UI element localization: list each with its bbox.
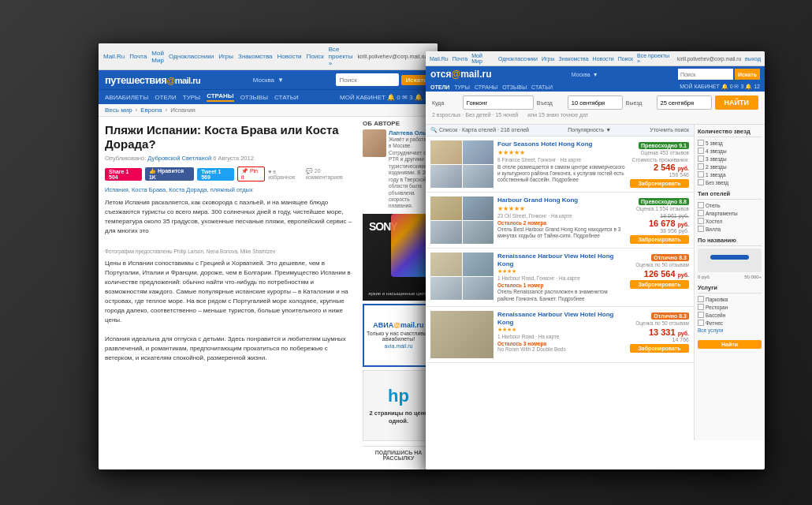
hotel-name-4[interactable]: Renaissance Harbour View Hotel Hong Kong [497, 311, 626, 326]
price-range-bar[interactable] [698, 249, 762, 272]
hp-ad[interactable]: hp 2 страницы по цене одной. [363, 370, 434, 441]
link-spain[interactable]: Испании [128, 260, 153, 267]
checkin-input[interactable] [568, 95, 623, 110]
r-nav-poisk[interactable]: Поиск [618, 56, 633, 62]
type-hotel-check[interactable] [698, 202, 704, 208]
link-greece[interactable]: Грецией и Хорватией [200, 260, 263, 267]
avia-ad-link[interactable]: avia.mail.ru [385, 343, 413, 349]
nav-mailru[interactable]: Mail.Ru [103, 53, 125, 60]
r-nav-igry[interactable]: Игры [542, 56, 555, 62]
filter-btn[interactable]: Уточнить поиск [650, 127, 689, 133]
r-subnav-articles[interactable]: СТАТЬИ [531, 84, 553, 90]
left-search-input[interactable] [336, 73, 399, 86]
service-parking-check[interactable] [698, 296, 704, 302]
r-search-button[interactable]: Искать [735, 69, 760, 80]
subscribe-label[interactable]: ПОДПИШИСЬ НА РАССЫЛКУ [363, 446, 434, 461]
more-link-2[interactable]: Подробнее [573, 233, 600, 238]
type-apart-check[interactable] [698, 210, 704, 216]
link-bulgaria[interactable]: Болгарии [244, 269, 271, 276]
subnav-countries[interactable]: СТРАНЫ [207, 92, 233, 102]
nav-igry[interactable]: Игры [218, 53, 233, 60]
tag-costa-brava[interactable]: Коста Брава [132, 186, 166, 193]
star-5-check[interactable] [698, 140, 704, 146]
tweet-btn[interactable]: Tweet 1 569 [197, 168, 234, 181]
nav-znakomstva[interactable]: Знакомства [238, 53, 273, 60]
left-city-selector[interactable]: Москва ▼ [253, 77, 284, 84]
hotel-name-2[interactable]: Harbour Grand Hong Kong [497, 196, 626, 204]
subnav-avia[interactable]: АВИАБИЛЕТЫ [105, 94, 148, 101]
destination-input[interactable] [463, 95, 534, 110]
r-nav-novosti[interactable]: Новости [593, 56, 614, 62]
guests-info[interactable]: 2 взрослых · Без детей · 15 ночей [432, 112, 518, 118]
star-2-check[interactable] [698, 163, 704, 170]
r-nav-pochta[interactable]: Почта [453, 56, 467, 62]
nav-moimir[interactable]: Мой Мир [151, 50, 164, 64]
r-subnav-hotels[interactable]: ОТЕЛИ [430, 84, 449, 90]
avia-ad[interactable]: АВИА@mail.ru Только у нас счастливые ави… [363, 304, 434, 367]
sony-ad[interactable]: SONY яркие и насыщенные цвета [363, 214, 434, 301]
r-nav-moimir[interactable]: Мой Мир [471, 53, 494, 64]
r-nav-znakomstva[interactable]: Знакомства [559, 56, 589, 62]
map-link-1[interactable]: На карте [561, 157, 582, 163]
checkout-label: Выезд [626, 100, 654, 106]
cabinet-link[interactable]: МОЙ КАБИНЕТ 🔔 0 ✉ 3 🔔 12 [340, 94, 431, 101]
book-btn-4[interactable]: Забронировать [630, 344, 689, 353]
type-villa-check[interactable] [698, 226, 704, 232]
subnav-reviews[interactable]: ОТЗЫВЫ [240, 94, 268, 101]
bc-europe[interactable]: Европа [140, 107, 162, 114]
pin-btn[interactable]: 📌 Pin it [237, 166, 265, 181]
share-btn[interactable]: Share 1 504 [105, 168, 142, 181]
search-form: Куда Въезд Выезд НАЙТИ 2 взрослых · Без … [426, 92, 765, 125]
star-1-check[interactable] [698, 171, 704, 178]
r-subnav-reviews[interactable]: ОТЗЫВЫ [502, 84, 527, 90]
map-link-3[interactable]: На карте [559, 275, 580, 281]
map-link-2[interactable]: На карте [551, 213, 572, 219]
book-btn-1[interactable]: Забронировать [630, 179, 689, 188]
nav-novosti[interactable]: Новости [277, 53, 302, 60]
bc-world[interactable]: Весь мир [105, 107, 132, 114]
tag-costa-dorada[interactable]: Коста Дорада [169, 186, 207, 193]
tag-beach[interactable]: пляжный отдых [210, 186, 253, 193]
type-hostel-check[interactable] [698, 218, 704, 224]
link-portugal[interactable]: Португалии, Италии и Франции [105, 269, 197, 276]
service-restaurant-check[interactable] [698, 304, 704, 310]
r-subnav-tours[interactable]: ТУРЫ [454, 84, 470, 90]
nav-pochta[interactable]: Почта [129, 53, 147, 60]
nav-all[interactable]: Все проекты » [329, 46, 353, 67]
tag-spain[interactable]: Испания [105, 186, 129, 193]
all-services-link[interactable]: Все услуги [698, 327, 723, 333]
author-link[interactable]: Дубровской Светланой [147, 155, 211, 162]
like-btn[interactable]: 👍 Нравится 1K [145, 167, 194, 181]
r-cabinet-link[interactable]: МОЙ КАБИНЕТ 🔔 0 ✉ 3 🔔 12 [680, 84, 760, 90]
find-button[interactable]: НАЙТИ [715, 95, 758, 110]
hotel-name-1[interactable]: Four Seasons Hotel Hong Kong [497, 140, 626, 148]
star-0-check[interactable] [698, 179, 704, 185]
subnav-tours[interactable]: ТУРЫ [183, 94, 200, 101]
r-nav-all[interactable]: Все проекты » [637, 53, 673, 64]
nav-poisk[interactable]: Поиск [307, 53, 324, 60]
nav-ok[interactable]: Одноклассники [169, 53, 214, 60]
r-subnav-countries[interactable]: СТРАНЫ [475, 84, 497, 90]
r-city-selector[interactable]: Москва ▼ [572, 72, 598, 77]
book-btn-3[interactable]: Забронировать [630, 280, 689, 289]
hotel-name-3[interactable]: Renaissance Harbour View Hotel Hong Kong [497, 252, 626, 267]
service-pool-check[interactable] [698, 312, 704, 318]
book-btn-2[interactable]: Забронировать [630, 235, 689, 244]
more-link-1[interactable]: Подробнее [552, 177, 579, 182]
checkout-input[interactable] [657, 95, 712, 110]
subnav-articles[interactable]: СТАТЬИ [274, 94, 299, 101]
comments-count[interactable]: 💬 20 комментариев [306, 168, 356, 180]
in-favorites[interactable]: ♥ в избранное [268, 169, 303, 180]
sidebar-find-btn[interactable]: Найти [698, 340, 762, 349]
star-3-check[interactable] [698, 155, 704, 162]
star-4-check[interactable] [698, 148, 704, 154]
more-link-3[interactable]: Подробнее [558, 296, 585, 301]
map-link-4[interactable]: На карте [538, 334, 560, 339]
r-search-input[interactable] [678, 69, 733, 80]
subnav-hotels[interactable]: ОТЕЛИ [155, 94, 176, 101]
r-nav-ok[interactable]: Одноклассники [498, 56, 538, 62]
service-fitness-check[interactable] [698, 320, 704, 326]
r-logout-link[interactable]: выход [745, 56, 761, 62]
sort-label[interactable]: Популярность ▼ [568, 127, 611, 133]
r-nav-mailru[interactable]: Mail.Ru [430, 56, 449, 62]
